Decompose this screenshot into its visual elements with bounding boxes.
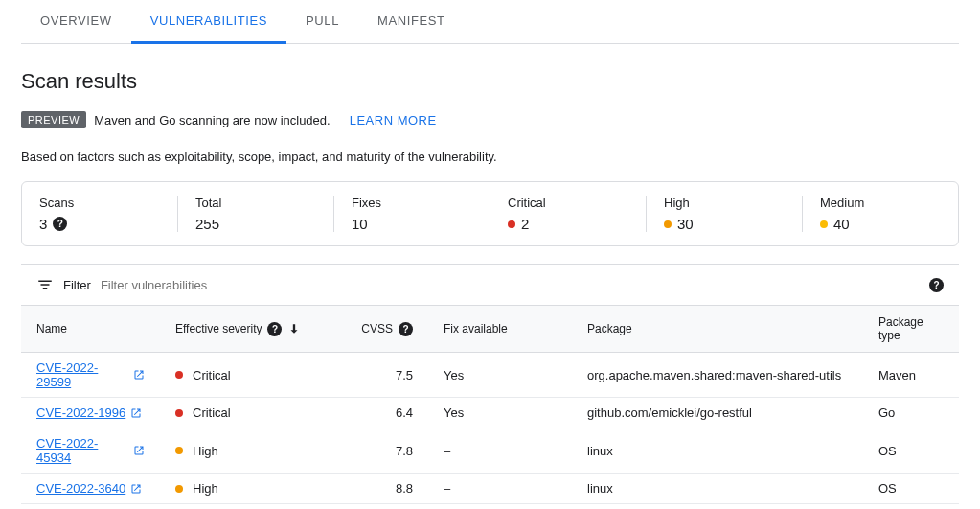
package-type-value: OS xyxy=(863,428,959,474)
summary-high-value: 30 xyxy=(677,216,694,232)
tab-manifest[interactable]: MANIFEST xyxy=(358,0,465,44)
summary-total-label: Total xyxy=(195,196,316,210)
table-row: CVE-2022-45934High7.8–linuxOS xyxy=(21,428,959,474)
package-type-value: Maven xyxy=(863,353,959,398)
package-type-value: OS xyxy=(863,504,959,510)
dot-high-icon xyxy=(175,447,183,454)
dot-critical-icon xyxy=(508,220,515,228)
summary-scans-label: Scans xyxy=(39,196,160,210)
summary-scans: Scans 3 ? xyxy=(22,196,178,232)
severity-text: High xyxy=(193,481,218,496)
summary-fixes-label: Fixes xyxy=(352,196,472,210)
external-link-icon xyxy=(130,407,142,419)
summary-critical-label: Critical xyxy=(508,196,628,210)
fix-value: – xyxy=(428,428,572,474)
external-link-icon xyxy=(130,483,142,495)
help-icon[interactable]: ? xyxy=(53,217,67,231)
preview-text: Maven and Go scanning are now included. xyxy=(94,113,330,127)
subdescription: Based on factors such as exploitability,… xyxy=(21,150,959,164)
package-type-value: OS xyxy=(863,474,959,504)
help-icon[interactable]: ? xyxy=(399,322,413,336)
fix-value: Yes xyxy=(428,398,572,428)
summary-critical-value: 2 xyxy=(521,216,529,232)
table-row: CVE-2022-29599Critical7.5Yesorg.apache.m… xyxy=(21,353,959,398)
fix-value: – xyxy=(428,474,572,504)
summary-fixes: Fixes 10 xyxy=(334,196,490,232)
dot-medium-icon xyxy=(820,220,828,228)
cvss-value: 7.1 xyxy=(332,504,428,510)
tab-overview[interactable]: OVERVIEW xyxy=(21,0,131,44)
table-row: CVE-2022-3640High8.8–linuxOS xyxy=(21,474,959,504)
sort-down-icon[interactable] xyxy=(287,322,301,335)
filter-input[interactable] xyxy=(101,278,920,292)
filter-bar: Filter ? xyxy=(21,264,959,306)
summary-high-label: High xyxy=(664,196,785,210)
dot-critical-icon xyxy=(175,409,183,417)
learn-more-link[interactable]: LEARN MORE xyxy=(350,113,437,127)
cvss-value: 7.8 xyxy=(332,428,428,474)
package-value: linux xyxy=(572,474,863,504)
preview-banner: PREVIEW Maven and Go scanning are now in… xyxy=(21,111,959,128)
package-value: linux xyxy=(572,504,863,510)
severity-text: High xyxy=(193,444,218,458)
summary-medium-label: Medium xyxy=(820,196,941,210)
cve-link[interactable]: CVE-2022-3640 xyxy=(36,481,142,496)
cve-link[interactable]: CVE-2022-45934 xyxy=(36,436,145,465)
tab-pull[interactable]: PULL xyxy=(286,0,358,44)
table-row: CVE-2022-3567High7.1–linuxOS xyxy=(21,504,959,510)
tabs-bar: OVERVIEW VULNERABILITIES PULL MANIFEST xyxy=(21,0,959,44)
table-row: CVE-2022-1996Critical6.4Yesgithub.com/em… xyxy=(21,398,959,428)
help-icon[interactable]: ? xyxy=(267,322,282,336)
filter-icon[interactable] xyxy=(36,276,54,293)
col-severity[interactable]: Effective severity ? xyxy=(160,306,332,353)
package-value: org.apache.maven.shared:maven-shared-uti… xyxy=(572,353,863,398)
external-link-icon xyxy=(133,445,145,456)
col-cvss[interactable]: CVSS ? xyxy=(332,306,428,353)
package-value: linux xyxy=(572,428,863,474)
dot-high-icon xyxy=(175,485,183,493)
col-name[interactable]: Name xyxy=(21,306,160,353)
summary-medium-value: 40 xyxy=(833,216,850,232)
package-type-value: Go xyxy=(863,398,959,428)
severity-text: Critical xyxy=(193,405,231,420)
summary-medium: Medium 40 xyxy=(803,196,958,232)
summary-card: Scans 3 ? Total 255 Fixes 10 Critical 2 … xyxy=(21,181,959,246)
preview-badge: PREVIEW xyxy=(21,111,86,128)
summary-high: High 30 xyxy=(647,196,803,232)
help-icon[interactable]: ? xyxy=(929,278,944,292)
tab-vulnerabilities[interactable]: VULNERABILITIES xyxy=(131,0,286,44)
cvss-value: 7.5 xyxy=(332,353,428,398)
col-package[interactable]: Package xyxy=(572,306,863,353)
vulnerabilities-table: Name Effective severity ? CVSS ? xyxy=(21,306,959,509)
summary-scans-value: 3 xyxy=(39,216,47,232)
cve-link[interactable]: CVE-2022-1996 xyxy=(36,405,142,420)
package-value: github.com/emicklei/go-restful xyxy=(572,398,863,428)
filter-label: Filter xyxy=(63,278,91,292)
cve-link[interactable]: CVE-2022-29599 xyxy=(36,360,145,389)
fix-value: Yes xyxy=(428,353,572,398)
page-title: Scan results xyxy=(21,69,959,94)
fix-value: – xyxy=(428,504,572,510)
dot-high-icon xyxy=(664,220,672,228)
summary-fixes-value: 10 xyxy=(352,216,368,232)
cvss-value: 8.8 xyxy=(332,474,428,504)
col-fix[interactable]: Fix available xyxy=(428,306,572,353)
external-link-icon xyxy=(133,369,145,381)
summary-critical: Critical 2 xyxy=(490,196,647,232)
summary-total-value: 255 xyxy=(195,216,219,232)
col-package-type[interactable]: Package type xyxy=(863,306,959,353)
cvss-value: 6.4 xyxy=(332,398,428,428)
summary-total: Total 255 xyxy=(178,196,334,232)
dot-critical-icon xyxy=(175,371,183,379)
severity-text: Critical xyxy=(193,368,231,382)
